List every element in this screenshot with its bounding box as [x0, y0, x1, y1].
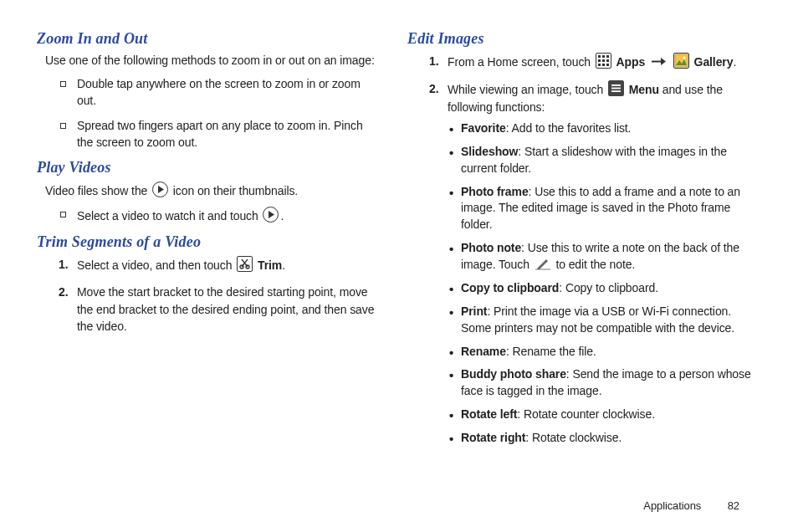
svg-rect-6: [598, 55, 601, 58]
edit-step1-post: .: [733, 55, 736, 69]
svg-rect-22: [611, 90, 621, 92]
svg-rect-8: [606, 55, 609, 58]
play-item-post: .: [280, 209, 284, 223]
play-item-pre: Select a video to watch it and touch: [77, 209, 261, 223]
bullet-text: : Copy to clipboard.: [559, 281, 658, 294]
play-icon: [263, 207, 279, 223]
trim-step1-post: .: [282, 258, 285, 272]
edit-step-1: From a Home screen, touch Apps Gallery.: [429, 53, 761, 70]
bullet-photo-frame: Photo frame: Use this to add a frame and…: [449, 184, 761, 234]
bullet-label: Copy to clipboard: [461, 281, 559, 294]
svg-rect-7: [602, 55, 605, 58]
svg-rect-13: [602, 64, 605, 66]
bullet-text: : Rotate counter clockwise.: [517, 407, 655, 421]
bullet-label: Photo frame: [461, 185, 529, 198]
page-content: Zoom In and Out Use one of the following…: [0, 0, 798, 468]
svg-rect-10: [602, 59, 605, 62]
left-column: Zoom In and Out Use one of the following…: [37, 30, 399, 468]
svg-point-19: [683, 57, 685, 59]
svg-rect-14: [606, 64, 609, 66]
zoom-item-1: Double tap anywhere on the screen to zoo…: [60, 76, 379, 110]
bullet-rotate-right: Rotate right: Rotate clockwise.: [449, 430, 761, 447]
bullet-label: Rotate right: [461, 431, 525, 444]
bullet-rotate-left: Rotate left: Rotate counter clockwise.: [449, 407, 761, 423]
svg-rect-20: [611, 84, 621, 86]
bullet-text: : Rename the file.: [506, 345, 596, 358]
svg-rect-9: [598, 59, 601, 62]
page-footer: Applications 82: [643, 499, 739, 512]
svg-marker-24: [537, 259, 548, 269]
svg-rect-11: [606, 59, 609, 62]
apps-label: Apps: [616, 55, 646, 69]
menu-label: Menu: [629, 83, 659, 96]
edit-bullets: Favorite: Add to the favorites list. Sli…: [448, 120, 761, 447]
bullet-photo-note: Photo note: Use this to write a note on …: [449, 240, 761, 274]
svg-rect-12: [598, 64, 601, 66]
play-intro-post: icon on their thumbnails.: [170, 184, 298, 197]
bullet-label: Rename: [461, 345, 506, 358]
edit-steps: From a Home screen, touch Apps Gallery. …: [407, 53, 761, 447]
bullet-text-post: to edit the note.: [553, 258, 636, 271]
heading-trim: Trim Segments of a Video: [37, 233, 379, 251]
pencil-icon: [535, 257, 551, 271]
heading-zoom: Zoom In and Out: [37, 30, 379, 48]
scissors-icon: [237, 256, 253, 272]
heading-edit: Edit Images: [407, 30, 761, 48]
bullet-rename: Rename: Rename the file.: [449, 344, 761, 361]
bullet-label: Buddy photo share: [461, 367, 566, 381]
edit-step1-pre: From a Home screen, touch: [448, 55, 594, 69]
play-item-1: Select a video to watch it and touch .: [60, 207, 379, 225]
bullet-favorite: Favorite: Add to the favorites list.: [449, 120, 761, 137]
arrow-right-icon: [650, 54, 667, 69]
edit-step2-pre: While viewing an image, touch: [448, 83, 606, 96]
bullet-label: Rotate left: [461, 407, 517, 421]
trim-steps: Select a video, and then touch Trim. Mov…: [37, 256, 379, 335]
play-icon: [152, 182, 168, 197]
apps-icon: [596, 53, 611, 69]
bullet-label: Photo note: [461, 241, 521, 254]
play-intro-pre: Video files show the: [45, 184, 151, 197]
trim-step-1: Select a video, and then touch Trim.: [59, 256, 379, 274]
bullet-label: Slideshow: [461, 145, 518, 158]
bullet-label: Favorite: [461, 121, 506, 135]
svg-rect-21: [611, 88, 621, 90]
heading-play: Play Videos: [37, 159, 379, 176]
gallery-icon: [673, 53, 689, 69]
trim-step1-pre: Select a video, and then touch: [77, 258, 235, 272]
edit-step-2: While viewing an image, touch Menu and u…: [429, 80, 761, 447]
svg-marker-1: [269, 211, 274, 218]
svg-marker-16: [661, 58, 666, 65]
zoom-item-2: Spread two fingers apart on any place to…: [60, 118, 379, 151]
zoom-list: Double tap anywhere on the screen to zoo…: [37, 76, 379, 151]
footer-page-number: 82: [728, 499, 739, 512]
zoom-intro: Use one of the following methods to zoom…: [45, 53, 379, 69]
bullet-buddy-share: Buddy photo share: Send the image to a p…: [449, 366, 761, 400]
bullet-text: : Print the image via a USB or Wi-Fi con…: [461, 304, 734, 335]
play-intro: Video files show the icon on their thumb…: [45, 182, 379, 200]
bullet-slideshow: Slideshow: Start a slideshow with the im…: [449, 144, 761, 177]
bullet-copy-clipboard: Copy to clipboard: Copy to clipboard.: [449, 280, 761, 297]
menu-icon: [608, 80, 624, 96]
bullet-text: : Rotate clockwise.: [525, 431, 622, 444]
footer-section: Applications: [643, 499, 701, 512]
play-list: Select a video to watch it and touch .: [37, 207, 379, 225]
svg-marker-0: [158, 186, 164, 193]
trim-step-2: Move the start bracket to the desired st…: [59, 284, 379, 335]
bullet-label: Print: [461, 304, 487, 318]
right-column: Edit Images From a Home screen, touch Ap…: [399, 30, 761, 468]
gallery-label: Gallery: [694, 55, 734, 69]
bullet-text: : Add to the favorites list.: [506, 121, 632, 135]
trim-label: Trim: [258, 258, 282, 272]
bullet-print: Print: Print the image via a USB or Wi-F…: [449, 304, 761, 337]
